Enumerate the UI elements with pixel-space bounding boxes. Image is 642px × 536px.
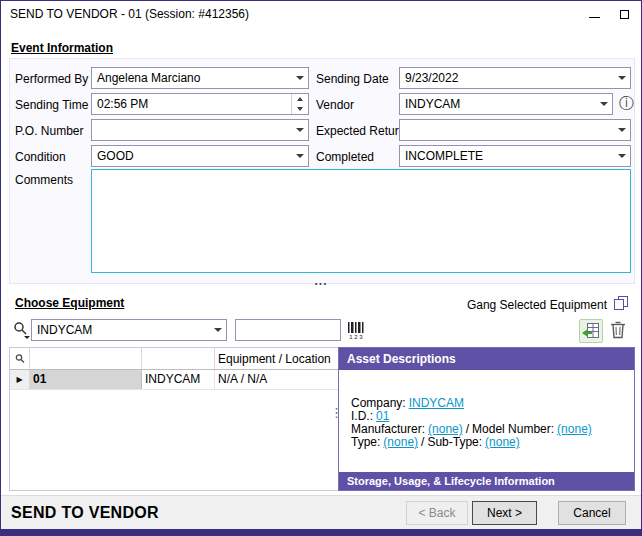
company-label: Company: bbox=[351, 396, 406, 410]
spin-up-icon[interactable] bbox=[292, 94, 308, 104]
search-icon[interactable] bbox=[11, 320, 31, 340]
subtype-label: Sub-Type: bbox=[427, 435, 482, 449]
spin-down-icon[interactable] bbox=[292, 104, 308, 114]
sending-date-value: 9/23/2022 bbox=[405, 71, 613, 85]
send-to-vendor-dialog: SEND TO VENDOR - 01 (Session: #412356) E… bbox=[0, 0, 642, 536]
completed-combo[interactable]: INCOMPLETE bbox=[399, 145, 631, 167]
condition-combo[interactable]: GOOD bbox=[91, 145, 309, 167]
footer-bar: SEND TO VENDOR < Back Next > Cancel bbox=[1, 495, 641, 529]
expected-return-label: Expected Return bbox=[316, 124, 405, 138]
chevron-down-icon[interactable] bbox=[291, 120, 308, 140]
model-number-label: Model Number: bbox=[472, 422, 554, 436]
company-link[interactable]: INDYCAM bbox=[409, 396, 464, 410]
performed-by-value: Angelena Marciano bbox=[97, 71, 291, 85]
expected-return-combo[interactable] bbox=[399, 119, 631, 141]
equipment-filter-value: INDYCAM bbox=[37, 323, 209, 337]
asset-id-line: I.D.:01 bbox=[351, 409, 392, 423]
maximize-icon bbox=[620, 10, 629, 19]
separator: / bbox=[421, 435, 424, 449]
completed-value: INCOMPLETE bbox=[405, 149, 613, 163]
trash-icon[interactable] bbox=[609, 320, 627, 340]
grid-filter-button[interactable] bbox=[10, 348, 30, 369]
grid-header-company[interactable] bbox=[142, 348, 215, 369]
checkin-equipment-icon[interactable] bbox=[579, 319, 603, 343]
manufacturer-link[interactable]: (none) bbox=[428, 422, 463, 436]
titlebar: SEND TO VENDOR - 01 (Session: #412356) bbox=[1, 1, 641, 27]
vendor-value: INDYCAM bbox=[405, 97, 595, 111]
window-controls bbox=[579, 1, 639, 27]
window-title: SEND TO VENDOR - 01 (Session: #412356) bbox=[10, 7, 249, 21]
minimize-button[interactable] bbox=[579, 1, 609, 27]
svg-text:1 2 3: 1 2 3 bbox=[349, 334, 363, 340]
vendor-combo[interactable]: INDYCAM bbox=[399, 93, 613, 115]
condition-label: Condition bbox=[15, 150, 66, 164]
storage-usage-lifecycle-header: Storage, Usage, & Lifecycle Information bbox=[339, 472, 634, 490]
vendor-label: Vendor bbox=[316, 98, 354, 112]
asset-type-line: Type:(none)/Sub-Type:(none) bbox=[351, 435, 523, 449]
chevron-down-icon[interactable] bbox=[291, 68, 308, 88]
next-button[interactable]: Next > bbox=[472, 501, 537, 525]
sending-time-value: 02:56 PM bbox=[97, 97, 291, 111]
subtype-link[interactable]: (none) bbox=[485, 435, 520, 449]
separator: / bbox=[466, 422, 469, 436]
chevron-down-icon[interactable] bbox=[613, 120, 630, 140]
id-label: I.D.: bbox=[351, 409, 373, 423]
cell-company[interactable]: INDYCAM bbox=[142, 370, 215, 389]
completed-label: Completed bbox=[316, 150, 374, 164]
cell-id[interactable]: 01 bbox=[30, 370, 142, 389]
chevron-down-icon[interactable] bbox=[613, 146, 630, 166]
splitter-handle[interactable]: ⋮ bbox=[330, 405, 343, 420]
chevron-down-icon[interactable] bbox=[209, 320, 226, 340]
event-information-label: Event Information bbox=[11, 41, 113, 55]
equipment-filter-combo[interactable]: INDYCAM bbox=[31, 319, 227, 341]
comments-label: Comments bbox=[15, 173, 73, 187]
sending-time-label: Sending Time bbox=[15, 98, 88, 112]
asset-manufacturer-line: Manufacturer:(none)/Model Number:(none) bbox=[351, 422, 595, 436]
type-link[interactable]: (none) bbox=[383, 435, 418, 449]
asset-descriptions-panel: Asset Descriptions Company:INDYCAM I.D.:… bbox=[338, 347, 635, 491]
chevron-down-icon[interactable] bbox=[595, 94, 612, 114]
type-label: Type: bbox=[351, 435, 380, 449]
collapse-handle[interactable]: ... bbox=[1, 274, 641, 288]
po-number-label: P.O. Number bbox=[15, 124, 83, 138]
time-spinner[interactable] bbox=[291, 94, 308, 114]
chevron-down-icon[interactable] bbox=[291, 146, 308, 166]
grid-search-icon bbox=[14, 353, 26, 365]
barcode-icon[interactable]: 1 2 3 bbox=[346, 320, 366, 340]
condition-value: GOOD bbox=[97, 149, 291, 163]
performed-by-label: Performed By bbox=[15, 72, 88, 86]
po-number-combo[interactable] bbox=[91, 119, 309, 141]
asset-descriptions-header: Asset Descriptions bbox=[339, 348, 634, 370]
maximize-button[interactable] bbox=[609, 1, 639, 27]
id-link[interactable]: 01 bbox=[376, 409, 389, 423]
sending-date-combo[interactable]: 9/23/2022 bbox=[399, 67, 631, 89]
row-selector-icon[interactable]: ▶ bbox=[10, 370, 30, 389]
cancel-button[interactable]: Cancel bbox=[558, 501, 626, 525]
comments-textarea[interactable] bbox=[91, 169, 631, 273]
equipment-search-input[interactable] bbox=[235, 319, 341, 341]
manufacturer-label: Manufacturer: bbox=[351, 422, 425, 436]
gang-copy-icon[interactable] bbox=[613, 295, 629, 311]
chevron-down-icon[interactable] bbox=[613, 68, 630, 88]
gang-selected-equipment-label: Gang Selected Equipment bbox=[467, 298, 607, 312]
grid-header-id[interactable] bbox=[30, 348, 142, 369]
asset-company-line: Company:INDYCAM bbox=[351, 396, 467, 410]
page-title: SEND TO VENDOR bbox=[11, 504, 159, 522]
info-icon[interactable]: ⓘ bbox=[619, 95, 634, 111]
minimize-icon bbox=[589, 17, 600, 18]
model-number-link[interactable]: (none) bbox=[557, 422, 592, 436]
sending-time-field[interactable]: 02:56 PM bbox=[91, 93, 309, 115]
performed-by-combo[interactable]: Angelena Marciano bbox=[91, 67, 309, 89]
choose-equipment-label: Choose Equipment bbox=[15, 296, 124, 310]
sending-date-label: Sending Date bbox=[316, 72, 389, 86]
back-button[interactable]: < Back bbox=[406, 501, 468, 525]
